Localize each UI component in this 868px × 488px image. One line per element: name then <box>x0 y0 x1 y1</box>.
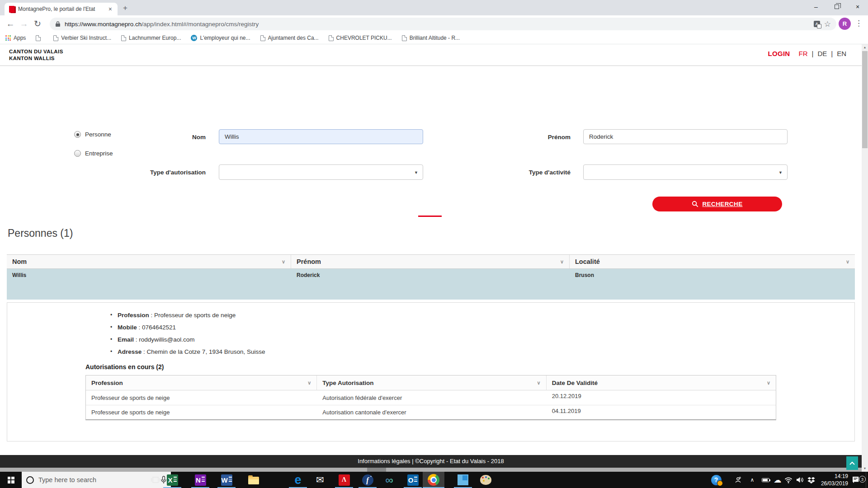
bookmark-item[interactable]: Ajuntament des Ca... <box>260 35 319 41</box>
vertical-scrollbar-thumb[interactable] <box>862 51 868 148</box>
new-tab-button[interactable]: + <box>123 4 127 13</box>
help-icon: ? <box>711 475 722 485</box>
detail-label: Mobile <box>118 324 137 331</box>
taskbar-paint[interactable] <box>475 472 496 488</box>
window-app-icon <box>458 474 468 485</box>
start-button[interactable] <box>0 472 22 488</box>
radio-entreprise[interactable]: Entreprise <box>74 150 113 157</box>
column-header-type-autorisation[interactable]: Type Autorisation∨ <box>317 375 546 390</box>
taskbar-f-app[interactable]: f <box>357 472 378 488</box>
browser-menu-icon[interactable]: ⋮ <box>855 19 863 28</box>
tray-dropbox[interactable] <box>806 472 816 488</box>
lang-en[interactable]: EN <box>837 50 846 57</box>
authorization-row[interactable]: Professeur de sports de neige Autorisati… <box>86 390 776 405</box>
column-header-nom[interactable]: Nom∨ <box>7 255 291 268</box>
sort-chevron-icon[interactable]: ∨ <box>767 380 770 386</box>
page-icon <box>402 35 407 41</box>
taskbar-word[interactable]: W <box>216 472 237 488</box>
window-minimize-button[interactable]: – <box>806 0 826 14</box>
horizontal-scrollbar-thumb[interactable] <box>367 468 386 472</box>
taskbar-mail[interactable]: ✉ <box>309 472 331 488</box>
column-header-prenom[interactable]: Prénom∨ <box>291 255 570 268</box>
taskbar-chrome-active[interactable] <box>423 472 444 488</box>
radio-personne-control[interactable] <box>74 131 81 138</box>
tray-wifi[interactable] <box>783 472 794 488</box>
taskbar-edge[interactable]: e <box>287 472 309 488</box>
infinity-icon: ∞ <box>385 474 393 486</box>
onenote-letter: N <box>196 476 201 484</box>
sort-chevron-icon[interactable]: ∨ <box>282 259 285 265</box>
horizontal-scrollbar[interactable] <box>0 468 862 472</box>
column-header-date-validite[interactable]: Date De Validité∨ <box>547 375 776 390</box>
scroll-to-top-button[interactable] <box>846 456 858 470</box>
nom-input[interactable] <box>219 129 423 144</box>
login-link[interactable]: LOGIN <box>768 50 790 57</box>
bookmark-item[interactable]: Brilliant Altitude - R... <box>402 35 460 41</box>
taskbar-outlook[interactable]: O <box>402 472 424 488</box>
taskbar-search-placeholder: Type here to search <box>38 476 156 483</box>
sort-chevron-icon[interactable]: ∨ <box>560 259 564 265</box>
radio-entreprise-control[interactable] <box>74 150 81 157</box>
sort-chevron-icon[interactable]: ∨ <box>846 259 849 265</box>
taskbar-acrobat[interactable]: Λ <box>333 472 355 488</box>
person-row-selected[interactable]: Willis Roderick Bruson <box>7 269 855 300</box>
person-detail-panel: Profession : Professeur de sports de nei… <box>7 302 855 441</box>
column-header-localite[interactable]: Localité∨ <box>570 255 855 268</box>
back-button[interactable]: ← <box>4 19 17 29</box>
lang-de[interactable]: DE <box>817 50 827 57</box>
lang-fr[interactable]: FR <box>799 50 808 57</box>
sort-chevron-icon[interactable]: ∨ <box>307 380 311 386</box>
site-header: CANTON DU VALAIS KANTON WALLIS LOGIN FR … <box>0 44 862 66</box>
taskbar-window-app[interactable] <box>452 472 474 488</box>
translate-icon[interactable]: A <box>814 21 820 27</box>
prenom-input[interactable] <box>583 129 788 144</box>
bookmark-item[interactable] <box>36 35 43 41</box>
taskbar-clock[interactable]: 14:19 26/03/2019 <box>816 472 848 488</box>
apps-shortcut[interactable]: Apps <box>5 35 26 41</box>
tray-people[interactable] <box>732 472 743 488</box>
bookmark-label: Ajuntament des Ca... <box>268 35 319 41</box>
taskbar-excel[interactable]: X <box>161 472 183 488</box>
bookmark-label: Brilliant Altitude - R... <box>410 35 460 41</box>
type-activite-select[interactable]: ▼ <box>583 164 788 180</box>
tab-close-icon[interactable]: × <box>108 5 113 13</box>
sort-chevron-icon[interactable]: ∨ <box>537 380 541 386</box>
apps-grid-icon <box>5 35 11 41</box>
bookmark-item[interactable]: CHEVROLET PICKU... <box>329 35 392 41</box>
scrollbar-down-arrow[interactable]: ▼ <box>862 465 868 472</box>
browser-tab[interactable]: MontagnePro, le portail de l'Etat × <box>5 3 118 15</box>
recherche-button[interactable]: RECHERCHE <box>652 197 782 211</box>
word-lines <box>229 477 232 483</box>
show-desktop-button[interactable] <box>866 472 868 488</box>
bookmark-star-icon[interactable]: ☆ <box>824 19 831 29</box>
tray-hidden-icons[interactable]: ∧ <box>747 472 757 488</box>
taskbar-onenote[interactable]: N <box>189 472 211 488</box>
column-label: Prénom <box>297 258 321 265</box>
tray-help[interactable]: ? <box>709 472 723 488</box>
taskbar-file-explorer[interactable] <box>243 472 264 488</box>
scrollbar-up-arrow[interactable]: ▲ <box>862 44 868 51</box>
type-autorisation-select[interactable]: ▼ <box>219 164 423 180</box>
bookmark-item[interactable]: Verbier Ski Instruct... <box>53 35 111 41</box>
action-center-button[interactable]: 3 <box>850 472 863 488</box>
dropbox-icon <box>807 477 815 483</box>
window-restore-button[interactable] <box>826 0 847 14</box>
forward-button[interactable]: → <box>17 19 31 29</box>
wordpress-icon: W <box>191 35 197 41</box>
address-bar[interactable]: https://www.montagnepro.ch/app/index.htm… <box>50 18 836 30</box>
refresh-button[interactable]: ↻ <box>31 19 44 29</box>
bookmark-item[interactable]: WL'employeur qui ne... <box>191 35 250 41</box>
tray-onedrive[interactable]: ☁ <box>772 472 783 488</box>
authorization-row[interactable]: Professeur de sports de neige Autorisati… <box>86 405 776 419</box>
tray-battery[interactable] <box>760 472 771 488</box>
radio-personne[interactable]: Personne <box>74 131 111 138</box>
column-header-profession[interactable]: Profession∨ <box>86 375 317 390</box>
window-close-button[interactable]: × <box>847 0 868 14</box>
tray-volume[interactable] <box>794 472 806 488</box>
vertical-scrollbar[interactable]: ▲ ▼ <box>862 44 868 472</box>
legal-info-link[interactable]: Informations légales <box>358 458 410 465</box>
bookmark-item[interactable]: Lachnummer Europ... <box>121 35 181 41</box>
taskbar-infinity-app[interactable]: ∞ <box>378 472 400 488</box>
browser-profile-avatar[interactable]: R <box>839 18 851 30</box>
page-icon <box>121 35 126 41</box>
